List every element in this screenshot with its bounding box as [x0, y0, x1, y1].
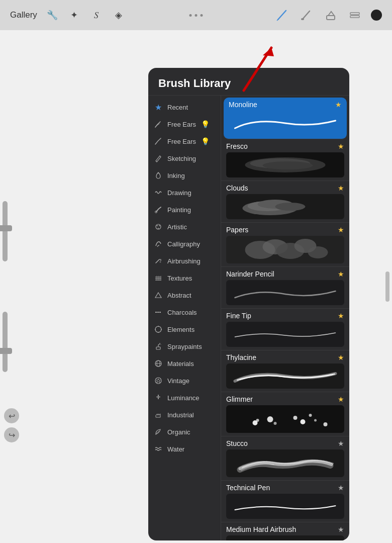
brush-item-thylacine[interactable]: Thylacine ★ [221, 350, 349, 392]
brush-item-stucco[interactable]: Stucco ★ [221, 436, 349, 481]
history-icon[interactable]: 𝑆 [89, 8, 104, 22]
nav-item-recent[interactable]: ★ Recent [148, 99, 221, 116]
nav-item-free-ears-1[interactable]: Free Ears 💡 [148, 116, 221, 133]
feather2-icon [153, 136, 163, 146]
magic-icon[interactable]: ✦ [67, 8, 81, 22]
svg-point-7 [159, 225, 160, 226]
smudge-tool-icon[interactable] [299, 7, 315, 23]
airbrush-icon [153, 256, 163, 266]
nav-label-free-ears-1: Free Ears [167, 121, 196, 128]
free-ears-1-badge: 💡 [201, 120, 210, 128]
nav-item-free-ears-2[interactable]: Free Ears 💡 [148, 133, 221, 150]
svg-rect-2 [350, 13, 359, 15]
left-sliders [3, 201, 8, 372]
nav-label-drawing: Drawing [167, 189, 191, 197]
nav-item-spraypaints[interactable]: Spraypaints [148, 338, 221, 355]
nav-item-abstract[interactable]: Abstract [148, 287, 221, 304]
undo-button[interactable]: ↩ [4, 408, 19, 423]
nav-item-organic[interactable]: Organic [148, 423, 221, 440]
nav-label-vintage: Vintage [167, 377, 189, 385]
svg-point-50 [309, 414, 312, 417]
calli-icon [153, 239, 163, 249]
pencil-icon [153, 153, 163, 163]
nav-item-artistic[interactable]: Artistic [148, 218, 221, 235]
svg-point-43 [308, 246, 328, 258]
nav-item-drawing[interactable]: Drawing [148, 184, 221, 201]
nav-item-charcoals[interactable]: Charcoals [148, 304, 221, 321]
nav-item-textures[interactable]: Textures [148, 269, 221, 287]
brush-star-technical-pen: ★ [338, 484, 344, 492]
brush-item-airbrush[interactable]: Medium Hard Airbrush ★ [221, 522, 349, 540]
svg-rect-1 [327, 16, 335, 20]
brush-item-papers[interactable]: Papers ★ [221, 223, 349, 267]
layers-tool-icon[interactable] [347, 7, 363, 23]
navigate-icon[interactable]: ◈ [112, 8, 126, 22]
svg-point-9 [160, 261, 161, 263]
waves-icon [153, 444, 163, 454]
nav-label-recent: Recent [167, 104, 188, 111]
opacity-slider[interactable] [3, 312, 8, 372]
nav-label-water: Water [167, 445, 184, 453]
ipad-frame: Gallery 🔧 ✦ 𝑆 ◈ [0, 0, 392, 543]
svg-point-21 [158, 332, 159, 333]
brush-star-fine-tip: ★ [338, 312, 344, 320]
redo-button[interactable]: ↪ [4, 427, 19, 442]
nav-label-materials: Materials [167, 360, 194, 368]
svg-point-49 [301, 419, 306, 424]
brush-item-glimmer[interactable]: Glimmer ★ [221, 392, 349, 436]
nav-item-elements[interactable]: Elements [148, 321, 221, 338]
feather1-icon [153, 119, 163, 129]
industrial-icon [153, 410, 163, 420]
badge-star-icon [153, 376, 163, 386]
brush-item-monoline[interactable]: Monoline ★ [224, 98, 347, 139]
brush-item-technical-pen[interactable]: Technical Pen ★ [221, 481, 349, 522]
nav-label-organic: Organic [167, 428, 190, 436]
svg-point-27 [160, 344, 161, 344]
top-bar: Gallery 🔧 ✦ 𝑆 ◈ [0, 0, 392, 30]
brush-star-narinder: ★ [338, 270, 344, 278]
top-bar-left: Gallery 🔧 ✦ 𝑆 ◈ [10, 8, 126, 22]
nav-item-inking[interactable]: Inking [148, 167, 221, 184]
nav-item-airbrushing[interactable]: Airbrushing [148, 252, 221, 269]
eraser-tool-icon[interactable] [323, 7, 339, 23]
nav-item-materials[interactable]: Materials [148, 355, 221, 372]
brush-name-fine-tip: Fine Tip [226, 312, 251, 320]
charcoal-icon [153, 307, 163, 317]
nav-item-luminance[interactable]: Luminance [148, 389, 221, 406]
brush-nav: ★ Recent Free Ears 💡 [148, 96, 221, 540]
brush-size-slider[interactable] [3, 201, 8, 261]
nav-item-vintage[interactable]: Vintage [148, 372, 221, 389]
svg-point-38 [275, 203, 306, 211]
spray-icon [153, 341, 163, 351]
svg-point-51 [314, 419, 317, 422]
nav-item-painting[interactable]: Painting [148, 201, 221, 218]
brush-list: Monoline ★ Fresco ★ [221, 96, 349, 540]
brush-item-narinder[interactable]: Narinder Pencil ★ [221, 267, 349, 309]
brush-item-fresco[interactable]: Fresco ★ [221, 139, 349, 181]
nav-item-calligraphy[interactable]: Calligraphy [148, 235, 221, 252]
brush-name-glimmer: Glimmer [226, 395, 253, 403]
brush-preview-fine-tip [226, 322, 344, 347]
camera-dot [371, 10, 382, 21]
nav-label-charcoals: Charcoals [167, 309, 197, 316]
nav-item-water[interactable]: Water [148, 440, 221, 458]
svg-point-20 [158, 326, 159, 327]
brush-star-stucco: ★ [338, 439, 344, 447]
brush-preview-papers [226, 236, 344, 263]
nav-label-airbrushing: Airbrushing [167, 257, 201, 265]
nav-label-elements: Elements [167, 326, 194, 333]
svg-rect-3 [350, 16, 359, 18]
nav-item-sketching[interactable]: Sketching [148, 150, 221, 167]
nav-item-industrial[interactable]: Industrial [148, 406, 221, 423]
brush-item-clouds[interactable]: Clouds ★ [221, 181, 349, 223]
nav-label-artistic: Artistic [167, 223, 187, 231]
gallery-button[interactable]: Gallery [10, 10, 37, 20]
svg-point-45 [256, 419, 259, 422]
star-icon: ★ [153, 102, 163, 112]
wrench-icon[interactable]: 🔧 [45, 8, 59, 22]
nav-label-calligraphy: Calligraphy [167, 240, 200, 248]
svg-point-6 [157, 225, 158, 226]
brush-item-fine-tip[interactable]: Fine Tip ★ [221, 309, 349, 350]
svg-rect-24 [156, 347, 160, 349]
paintbrush-tool-icon[interactable] [274, 7, 290, 23]
